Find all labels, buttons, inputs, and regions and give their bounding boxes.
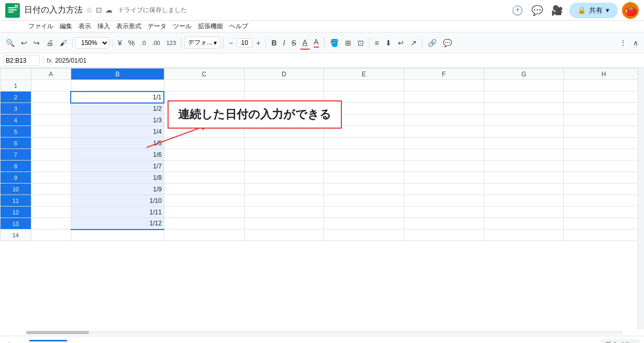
cell[interactable]	[244, 138, 324, 149]
share-button[interactable]: 🔒 共有 ▾	[569, 3, 618, 18]
chat-icon[interactable]: 💬	[529, 3, 545, 18]
decimal-increase-button[interactable]: .00	[149, 38, 162, 48]
cell[interactable]	[404, 115, 484, 126]
col-header-B[interactable]: B	[71, 68, 164, 80]
font-family-dropdown[interactable]: デフォ... ▾	[184, 37, 220, 49]
cell-reference-input[interactable]	[3, 55, 40, 66]
cell[interactable]	[31, 138, 71, 149]
cell[interactable]	[404, 230, 484, 241]
col-header-C[interactable]: C	[164, 68, 244, 80]
underline-button[interactable]: A	[300, 36, 310, 50]
sheet-list-button[interactable]: ≡	[17, 340, 26, 344]
number-format-button[interactable]: 123	[164, 38, 179, 48]
cell[interactable]: 1/6	[71, 149, 164, 161]
cell[interactable]	[484, 126, 564, 138]
cell[interactable]	[564, 172, 644, 184]
cell[interactable]	[484, 92, 564, 103]
cell[interactable]	[324, 161, 404, 172]
cell[interactable]	[484, 195, 564, 207]
row-number-3[interactable]: 3	[1, 103, 31, 115]
cell[interactable]	[324, 138, 404, 149]
cell[interactable]	[404, 103, 484, 115]
merge-button[interactable]: ⊡	[355, 37, 367, 49]
italic-button[interactable]: I	[281, 37, 288, 49]
comment-button[interactable]: 💬	[440, 37, 454, 49]
move-icon[interactable]: ⊡	[96, 6, 102, 14]
cell[interactable]	[564, 92, 644, 103]
cell[interactable]	[164, 184, 244, 195]
paint-format-button[interactable]: 🖌	[57, 37, 70, 49]
cell[interactable]	[404, 172, 484, 184]
cell[interactable]	[324, 207, 404, 218]
cell[interactable]	[324, 172, 404, 184]
row-number-6[interactable]: 6	[1, 138, 31, 149]
vertical-scrollbar[interactable]	[638, 68, 644, 329]
menu-item-拡張機能[interactable]: 拡張機能	[195, 21, 226, 32]
row-number-11[interactable]: 11	[1, 195, 31, 207]
cell[interactable]	[31, 149, 71, 161]
cell[interactable]	[31, 92, 71, 103]
avatar[interactable]: 🍅	[622, 2, 639, 19]
link-button[interactable]: 🔗	[425, 37, 439, 49]
cell[interactable]	[31, 161, 71, 172]
cell[interactable]: 1/11	[71, 207, 164, 218]
row-number-14[interactable]: 14	[1, 230, 31, 241]
cell[interactable]: 1/9	[71, 184, 164, 195]
cell[interactable]: 1/8	[71, 172, 164, 184]
cell[interactable]	[324, 218, 404, 230]
cell[interactable]	[484, 218, 564, 230]
redo-button[interactable]: ↪	[31, 37, 42, 49]
cell[interactable]	[164, 218, 244, 230]
cell[interactable]	[484, 161, 564, 172]
cell[interactable]	[244, 207, 324, 218]
cell[interactable]	[244, 172, 324, 184]
cell[interactable]	[404, 184, 484, 195]
col-header-A[interactable]: A	[31, 68, 71, 80]
star-icon[interactable]: ☆	[86, 6, 93, 14]
cell[interactable]	[71, 230, 164, 241]
font-size-increase-button[interactable]: +	[253, 37, 263, 49]
percent-button[interactable]: %	[126, 37, 137, 49]
cell[interactable]	[404, 126, 484, 138]
cell[interactable]	[564, 138, 644, 149]
cell[interactable]	[564, 103, 644, 115]
strikethrough-button[interactable]: S	[289, 37, 299, 49]
cell[interactable]	[404, 161, 484, 172]
cell[interactable]	[404, 138, 484, 149]
cell[interactable]	[244, 184, 324, 195]
align-button[interactable]: ≡	[372, 37, 382, 49]
wrap-button[interactable]: ↵	[395, 37, 407, 49]
row-number-5[interactable]: 5	[1, 126, 31, 138]
cell[interactable]	[324, 230, 404, 241]
row-number-12[interactable]: 12	[1, 207, 31, 218]
menu-item-ファイル[interactable]: ファイル	[25, 21, 57, 32]
menu-item-編集[interactable]: 編集	[57, 21, 75, 32]
add-sheet-button[interactable]: +	[4, 339, 14, 343]
cell[interactable]	[484, 207, 564, 218]
valign-button[interactable]: ⬇	[383, 37, 394, 49]
cell[interactable]: 1/5	[71, 138, 164, 149]
cell[interactable]	[324, 149, 404, 161]
grid-wrapper[interactable]: 連続した日付の入力ができる A B C D	[0, 68, 644, 329]
cell[interactable]	[484, 172, 564, 184]
cell[interactable]	[31, 80, 71, 92]
cell[interactable]	[564, 195, 644, 207]
sheet-tab-sheet1[interactable]: シート1 ▾	[29, 340, 68, 344]
cell[interactable]	[484, 103, 564, 115]
zoom-select[interactable]: 150% 100% 75%	[75, 37, 109, 49]
collapse-toolbar-button[interactable]: ∧	[630, 37, 641, 49]
row-number-10[interactable]: 10	[1, 184, 31, 195]
font-size-input[interactable]	[237, 38, 252, 48]
cell[interactable]	[564, 149, 644, 161]
cell[interactable]	[31, 126, 71, 138]
status-formula-display[interactable]: 最小: 1/1 ▾	[600, 339, 640, 343]
cell[interactable]	[244, 149, 324, 161]
rotate-button[interactable]: ↗	[408, 37, 419, 49]
cell[interactable]	[404, 207, 484, 218]
cell[interactable]	[244, 161, 324, 172]
menu-item-ツール[interactable]: ツール	[170, 21, 195, 32]
cell[interactable]	[31, 207, 71, 218]
menu-item-表示[interactable]: 表示	[75, 21, 94, 32]
cell[interactable]	[324, 195, 404, 207]
col-header-D[interactable]: D	[244, 68, 324, 80]
